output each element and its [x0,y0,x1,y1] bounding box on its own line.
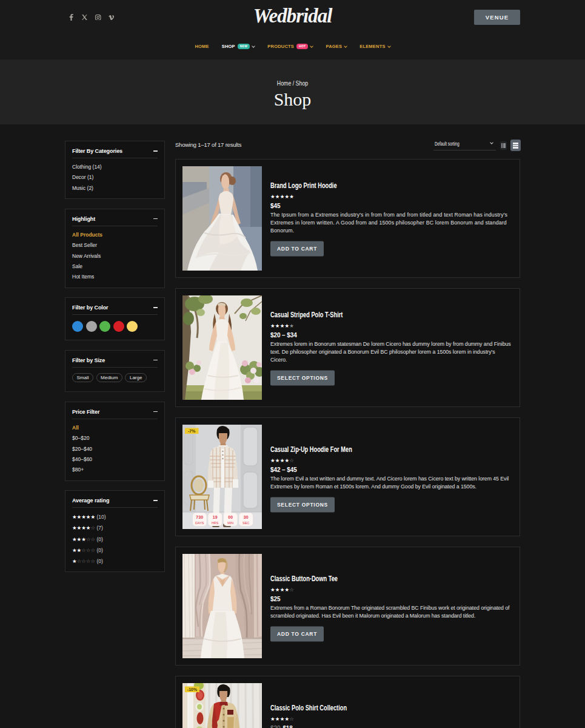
svg-text:00: 00 [228,515,233,519]
svg-text:MIN: MIN [227,521,233,525]
svg-text:SEC: SEC [242,521,249,525]
svg-text:30: 30 [244,515,249,519]
svg-text:730: 730 [196,515,203,519]
svg-text:HRS: HRS [212,521,219,525]
svg-text:-10%: -10% [187,687,198,692]
svg-text:-7%: -7% [188,429,196,433]
svg-text:19: 19 [213,515,218,519]
svg-text:DAYS: DAYS [195,521,204,525]
